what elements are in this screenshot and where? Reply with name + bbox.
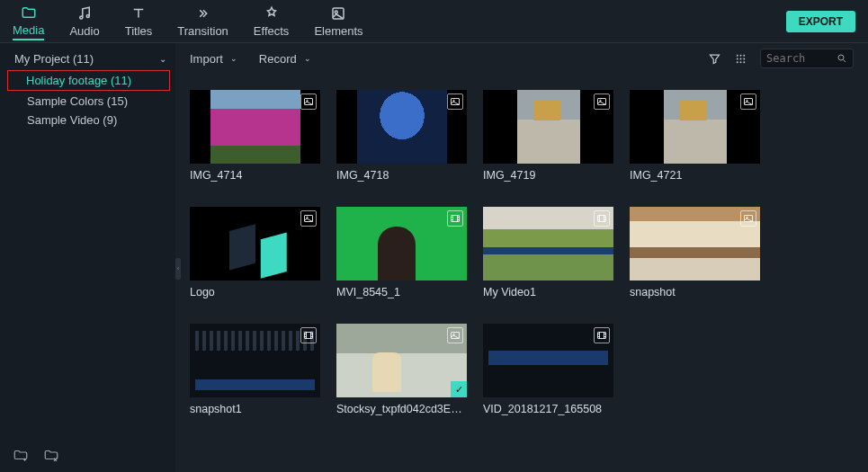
sidebar-tree: My Project (11) ⌄ Holiday footage (11) S… bbox=[0, 43, 175, 438]
image-type-icon bbox=[740, 210, 756, 227]
media-clip[interactable]: Logo bbox=[190, 207, 320, 298]
thumbnail-art bbox=[517, 90, 580, 164]
import-dropdown[interactable]: Import ⌄ bbox=[190, 52, 237, 66]
tab-effects[interactable]: Effects bbox=[254, 4, 290, 40]
elements-icon bbox=[330, 5, 346, 22]
svg-rect-24 bbox=[452, 216, 460, 222]
clip-label: IMG_4714 bbox=[190, 169, 320, 182]
chevron-down-icon: ⌄ bbox=[159, 54, 166, 64]
filter-icon[interactable] bbox=[708, 52, 721, 66]
media-clip[interactable]: snapshot bbox=[630, 207, 760, 298]
svg-point-4 bbox=[737, 54, 738, 56]
clip-thumbnail[interactable] bbox=[630, 90, 760, 164]
toolbar: Import ⌄ Record ⌄ bbox=[175, 43, 868, 74]
clip-label: IMG_4721 bbox=[630, 169, 760, 182]
clip-thumbnail[interactable] bbox=[630, 207, 760, 281]
search-icon bbox=[837, 53, 847, 64]
clip-thumbnail[interactable] bbox=[190, 324, 320, 397]
svg-rect-31 bbox=[598, 333, 606, 339]
music-icon bbox=[76, 5, 93, 22]
sidebar-item-project[interactable]: My Project (11) ⌄ bbox=[0, 49, 175, 69]
chevron-down-icon: ⌄ bbox=[230, 54, 237, 63]
svg-point-10 bbox=[737, 61, 738, 63]
clip-label: MVI_8545_1 bbox=[336, 286, 467, 298]
video-type-icon bbox=[594, 327, 610, 343]
clip-thumbnail[interactable]: ✓ bbox=[336, 324, 467, 397]
clip-label: VID_20181217_165508 bbox=[483, 403, 613, 415]
clip-thumbnail[interactable] bbox=[483, 207, 613, 281]
svg-point-1 bbox=[86, 14, 89, 17]
svg-point-9 bbox=[743, 58, 745, 59]
export-button[interactable]: EXPORT bbox=[786, 11, 855, 32]
toolbar-label: Import bbox=[190, 52, 223, 66]
effects-icon bbox=[264, 5, 280, 22]
clip-thumbnail[interactable] bbox=[336, 207, 467, 281]
media-clip[interactable]: ✓Stocksy_txpfd042cd3EA... bbox=[336, 324, 467, 415]
tab-label: Effects bbox=[254, 24, 290, 38]
new-folder-icon[interactable] bbox=[13, 447, 29, 463]
sidebar-item-label: Sample Video (9) bbox=[27, 113, 117, 127]
clip-thumbnail[interactable] bbox=[483, 324, 613, 397]
media-clip[interactable]: snapshot1 bbox=[190, 324, 320, 415]
image-type-icon bbox=[594, 94, 610, 110]
search-input[interactable] bbox=[766, 52, 837, 65]
media-clip[interactable]: MVI_8545_1 bbox=[336, 207, 467, 298]
video-type-icon bbox=[447, 210, 463, 227]
thumbnail-art bbox=[210, 90, 300, 164]
delete-folder-icon[interactable] bbox=[43, 447, 59, 463]
sidebar-item-sample-colors[interactable]: Sample Colors (15) bbox=[0, 92, 175, 111]
tab-titles[interactable]: Titles bbox=[125, 4, 153, 40]
media-clip[interactable]: IMG_4714 bbox=[190, 90, 320, 182]
media-clip[interactable]: IMG_4721 bbox=[630, 90, 760, 182]
tab-media[interactable]: Media bbox=[13, 3, 44, 40]
clip-label: IMG_4719 bbox=[483, 169, 613, 182]
thumbnail-art bbox=[357, 90, 447, 164]
media-clip[interactable]: IMG_4718 bbox=[336, 90, 467, 182]
search-field[interactable] bbox=[760, 49, 854, 68]
media-clip[interactable]: IMG_4719 bbox=[483, 90, 613, 182]
media-clip[interactable]: VID_20181217_165508 bbox=[483, 324, 613, 415]
image-type-icon bbox=[740, 94, 756, 110]
clip-label: snapshot bbox=[630, 286, 760, 298]
clip-label: Logo bbox=[190, 286, 320, 298]
grid-view-icon[interactable] bbox=[734, 52, 747, 66]
toolbar-right bbox=[708, 49, 854, 68]
sidebar-item-label: Sample Colors (15) bbox=[27, 94, 128, 108]
svg-point-3 bbox=[336, 11, 338, 13]
tab-audio[interactable]: Audio bbox=[69, 4, 99, 40]
clip-thumbnail[interactable] bbox=[483, 90, 613, 164]
tab-transition[interactable]: Transition bbox=[177, 4, 228, 40]
clip-label: IMG_4718 bbox=[336, 169, 467, 182]
svg-point-8 bbox=[740, 58, 742, 59]
thumbnail-art bbox=[224, 218, 286, 269]
record-dropdown[interactable]: Record ⌄ bbox=[259, 52, 311, 66]
svg-point-0 bbox=[80, 16, 83, 19]
svg-point-11 bbox=[740, 61, 742, 63]
transition-icon bbox=[195, 5, 211, 22]
svg-point-12 bbox=[743, 61, 745, 63]
video-type-icon bbox=[300, 327, 317, 343]
tab-label: Transition bbox=[177, 24, 228, 38]
sidebar-footer bbox=[0, 438, 175, 472]
tab-elements[interactable]: Elements bbox=[314, 4, 362, 40]
clip-thumbnail[interactable] bbox=[336, 90, 467, 164]
svg-point-13 bbox=[838, 55, 844, 60]
sidebar-item-label: Holiday footage (11) bbox=[26, 74, 131, 87]
svg-point-6 bbox=[743, 54, 745, 56]
svg-point-5 bbox=[740, 54, 742, 56]
chevron-left-icon: ‹ bbox=[177, 264, 180, 272]
svg-rect-25 bbox=[598, 216, 606, 222]
image-type-icon bbox=[447, 327, 463, 343]
top-tabs: Media Audio Titles Transition Effects El… bbox=[0, 0, 868, 43]
video-type-icon bbox=[594, 210, 610, 227]
sidebar-item-sample-video[interactable]: Sample Video (9) bbox=[0, 111, 175, 129]
clip-thumbnail[interactable] bbox=[190, 207, 320, 281]
media-clip[interactable]: My Video1 bbox=[483, 207, 613, 298]
toolbar-label: Record bbox=[259, 52, 297, 66]
tab-label: Media bbox=[13, 23, 44, 37]
sidebar-item-holiday-footage[interactable]: Holiday footage (11) bbox=[7, 70, 170, 91]
resize-handle[interactable]: ‹ bbox=[175, 258, 181, 280]
sidebar: My Project (11) ⌄ Holiday footage (11) S… bbox=[0, 43, 175, 472]
clip-label: snapshot1 bbox=[190, 403, 320, 415]
clip-thumbnail[interactable] bbox=[190, 90, 320, 164]
